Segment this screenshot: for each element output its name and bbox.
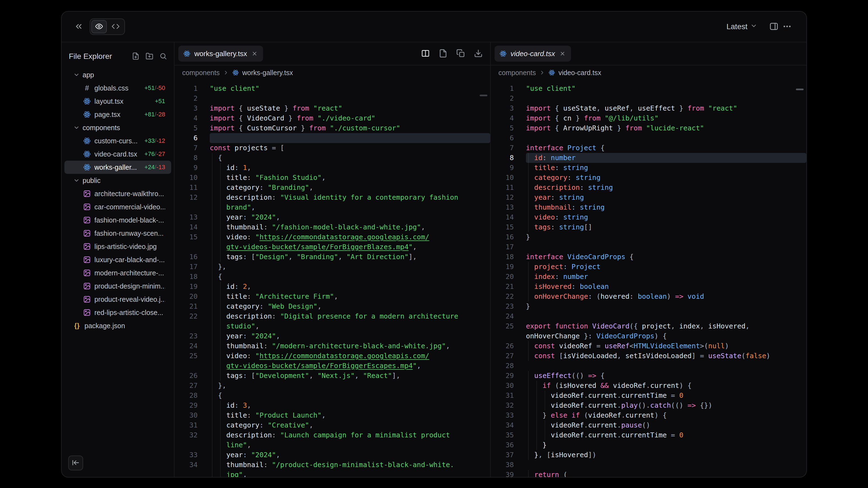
code-line-13[interactable]: 13 thumbnail: string	[491, 202, 806, 213]
code-line-37[interactable]: 37 }, [isHovered])	[491, 450, 806, 460]
tree-file-luxury-car-black-and[interactable]: luxury-car-black-and-...	[64, 253, 171, 266]
tree-folder-public[interactable]: public	[64, 174, 171, 187]
code-line-5[interactable]: 5import { ArrowUpRight } from "lucide-re…	[491, 123, 806, 133]
code-line-14[interactable]: 14 video: string	[491, 213, 806, 222]
code-line-5[interactable]: 5import { CustomCursor } from "./custom-…	[175, 123, 490, 133]
code-line-25[interactable]: 25 video: "https://commondatastorage.goo…	[175, 351, 490, 371]
code-line-31[interactable]: 31 videoRef.current.currentTime = 0	[491, 391, 806, 400]
tree-file-red-lips-artistic-close[interactable]: red-lips-artistic-close...	[64, 306, 171, 319]
code-line-10[interactable]: 10 category: string	[491, 173, 806, 183]
layout-panel-button[interactable]	[767, 20, 780, 33]
tree-file-package-json[interactable]: {}package.json	[64, 319, 171, 332]
new-folder-button[interactable]	[144, 51, 155, 62]
code-line-36[interactable]: 36 }	[491, 440, 806, 450]
code-line-6[interactable]: 6	[175, 133, 490, 143]
copy-code-button[interactable]	[456, 49, 465, 58]
code-line-8[interactable]: 8 {	[175, 153, 490, 163]
tree-file-product-reveal-video-j[interactable]: product-reveal-video.j...	[64, 293, 171, 306]
collapse-sidebar-button[interactable]	[72, 20, 85, 33]
breadcrumb-file[interactable]: works-gallery.tsx	[242, 69, 293, 77]
code-line-38[interactable]: 38	[491, 460, 806, 470]
code-line-21[interactable]: 21 category: "Web Design",	[175, 301, 490, 312]
collapse-explorer-button[interactable]	[68, 456, 83, 470]
code-line-18[interactable]: 18 {	[175, 272, 490, 282]
code-line-35[interactable]: 35 videoRef.current.currentTime = 0	[491, 430, 806, 440]
tab-video-card[interactable]: video-card.tsx	[495, 46, 571, 62]
code-line-9[interactable]: 9 id: 1,	[175, 163, 490, 173]
more-menu-button[interactable]	[780, 20, 794, 33]
tree-file-architecture-walkthro[interactable]: architecture-walkthro...	[64, 187, 171, 200]
code-line-21[interactable]: 21 isHovered: boolean	[491, 282, 806, 292]
breadcrumb-file[interactable]: video-card.tsx	[558, 69, 601, 77]
code-line-22[interactable]: 22 description: "Digital presence for a …	[175, 312, 490, 331]
code-line-27[interactable]: 27 },	[175, 381, 490, 391]
code-line-11[interactable]: 11 category: "Branding",	[175, 183, 490, 193]
code-line-25[interactable]: 25export function VideoCard({ project, i…	[491, 321, 806, 341]
code-line-20[interactable]: 20 index: number	[491, 272, 806, 282]
code-line-14[interactable]: 14 thumbnail: "/fashion-model-black-and-…	[175, 222, 490, 232]
code-line-23[interactable]: 23}	[491, 301, 806, 312]
code-line-29[interactable]: 29 useEffect(() => {	[491, 371, 806, 381]
code-line-19[interactable]: 19 id: 2,	[175, 282, 490, 292]
tree-file-fashion-model-black[interactable]: fashion-model-black-...	[64, 214, 171, 227]
tree-file-product-design-minim[interactable]: product-design-minim...	[64, 280, 171, 293]
code-line-34[interactable]: 34 videoRef.current.pause()	[491, 420, 806, 430]
code-line-31[interactable]: 31 category: "Creative",	[175, 420, 490, 430]
version-dropdown[interactable]: Latest	[725, 22, 759, 32]
code-line-28[interactable]: 28 {	[175, 391, 490, 400]
code-line-4[interactable]: 4import { cn } from "@/lib/utils"	[491, 113, 806, 123]
tree-file-car-commercial-video[interactable]: car-commercial-video...	[64, 200, 171, 214]
code-line-12[interactable]: 12 description: "Visual identity for a c…	[175, 193, 490, 213]
code-line-18[interactable]: 18interface VideoCardProps {	[491, 252, 806, 262]
code-line-33[interactable]: 33 year: "2024",	[175, 450, 490, 460]
code-line-24[interactable]: 24 thumbnail: "/modern-architecture-blac…	[175, 341, 490, 351]
code-line-22[interactable]: 22 onHoverChange: (hovered: boolean) => …	[491, 292, 806, 301]
tree-file-modern-architecture[interactable]: modern-architecture-...	[64, 266, 171, 280]
code-line-26[interactable]: 26 tags: ["Development", "Next.js", "Rea…	[175, 371, 490, 381]
code-line-39[interactable]: 39 return (	[491, 470, 806, 477]
tree-file-lips-artistic-video-jpg[interactable]: lips-artistic-video.jpg	[64, 240, 171, 253]
close-tab-icon[interactable]	[559, 50, 566, 57]
code-line-17[interactable]: 17 },	[175, 262, 490, 272]
breadcrumb-folder[interactable]: components	[182, 69, 220, 77]
code-line-3[interactable]: 3import { useState } from "react"	[175, 103, 490, 113]
tree-file-fashion-runway-scen[interactable]: fashion-runway-scen...	[64, 227, 171, 240]
code-line-15[interactable]: 15 tags: string[]	[491, 222, 806, 232]
code-line-19[interactable]: 19 project: Project	[491, 262, 806, 272]
code-line-30[interactable]: 30 title: "Product Launch",	[175, 411, 490, 420]
tab-works-gallery[interactable]: works-gallery.tsx	[178, 46, 263, 62]
tree-file-page-tsx[interactable]: page.tsx+81/-28	[64, 108, 171, 121]
new-file-button[interactable]	[130, 51, 142, 62]
code-line-12[interactable]: 12 year: string	[491, 193, 806, 202]
code-toggle-button[interactable]	[108, 20, 123, 33]
preview-toggle-button[interactable]	[91, 20, 107, 33]
code-line-24[interactable]: 24	[491, 312, 806, 321]
code-line-9[interactable]: 9 title: string	[491, 163, 806, 173]
tree-file-globals-css[interactable]: #globals.css+51/-50	[64, 82, 171, 95]
code-line-7[interactable]: 7interface Project {	[491, 143, 806, 153]
code-line-30[interactable]: 30 if (isHovered && videoRef.current) {	[491, 381, 806, 391]
split-view-button[interactable]	[421, 49, 430, 58]
code-line-1[interactable]: 1"use client"	[491, 84, 806, 94]
code-line-2[interactable]: 2	[175, 94, 490, 103]
tree-file-works-galler[interactable]: works-galler...+24/-13	[64, 161, 171, 174]
search-button[interactable]	[157, 51, 169, 62]
code-line-11[interactable]: 11 description: string	[491, 183, 806, 193]
code-line-6[interactable]: 6	[491, 133, 806, 143]
tree-folder-app[interactable]: app	[64, 68, 171, 82]
breadcrumb-folder[interactable]: components	[498, 69, 536, 77]
code-line-3[interactable]: 3import { useState, useRef, useEffect } …	[491, 103, 806, 113]
code-line-29[interactable]: 29 id: 3,	[175, 400, 490, 411]
code-line-23[interactable]: 23 year: "2024",	[175, 331, 490, 341]
tree-folder-components[interactable]: components	[64, 121, 171, 134]
code-line-26[interactable]: 26 const videoRef = useRef<HTMLVideoElem…	[491, 341, 806, 351]
code-line-15[interactable]: 15 video: "https://commondatastorage.goo…	[175, 232, 490, 252]
code-line-2[interactable]: 2	[491, 94, 806, 103]
code-line-7[interactable]: 7const projects = [	[175, 143, 490, 153]
code-line-1[interactable]: 1"use client"	[175, 84, 490, 94]
tree-file-custom-curs[interactable]: custom-curs...+33/-12	[64, 134, 171, 148]
tree-file-video-card-tsx[interactable]: video-card.tsx+76/-27	[64, 148, 171, 161]
scrollbar-thumb[interactable]	[796, 89, 804, 90]
code-line-10[interactable]: 10 title: "Fashion Studio",	[175, 173, 490, 183]
close-tab-icon[interactable]	[251, 50, 258, 57]
